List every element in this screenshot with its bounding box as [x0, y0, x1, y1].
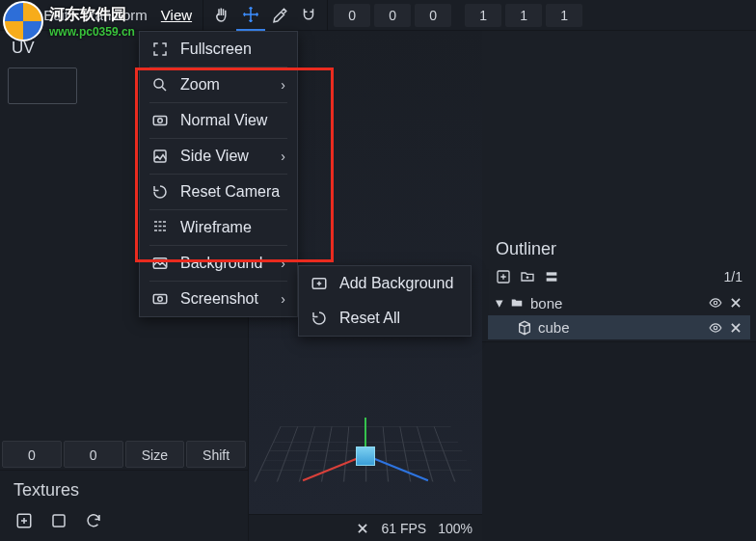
eye-icon[interactable] [708, 321, 723, 335]
menu-edit[interactable]: Edit [37, 0, 75, 31]
menu-fullscreen[interactable]: Fullscreen [140, 32, 297, 67]
fps-label: 61 FPS [381, 521, 426, 536]
chevron-right-icon: › [281, 256, 285, 271]
background-submenu: Add Background Reset All [298, 265, 472, 337]
pan-icon[interactable] [207, 0, 236, 31]
menu-item-label: Reset All [339, 310, 400, 327]
add-texture-icon[interactable] [14, 510, 35, 531]
menu-item-label: Normal View [180, 112, 267, 129]
svg-rect-4 [547, 278, 557, 281]
nudge-b[interactable]: 0 [374, 4, 411, 27]
layers-icon[interactable] [544, 269, 559, 284]
svg-point-9 [158, 119, 163, 123]
menu-item-label: Wireframe [180, 219, 252, 236]
eye-icon[interactable] [708, 296, 723, 310]
separator [202, 0, 203, 31]
chevron-right-icon: › [281, 149, 285, 164]
coord-row: 0 0 Size Shift [0, 439, 248, 470]
blank-texture-icon[interactable] [48, 510, 69, 531]
menu-reset-camera[interactable]: Reset Camera [140, 175, 297, 209]
menu-screenshot[interactable]: Screenshot › [140, 282, 297, 316]
menu-item-label: Side View [180, 148, 249, 165]
menu-file[interactable]: File [0, 0, 37, 31]
list-item[interactable]: ▾ bone [488, 290, 750, 315]
submenu-add-background[interactable]: Add Background [299, 266, 471, 301]
submenu-reset-all[interactable]: Reset All [299, 301, 471, 336]
svg-point-6 [714, 326, 717, 330]
svg-point-13 [158, 297, 163, 302]
view-dropdown: Fullscreen Zoom › Normal View Side View … [139, 31, 298, 317]
menu-item-label: Background [180, 255, 262, 272]
menu-wireframe[interactable]: Wireframe [140, 210, 297, 245]
magnet-icon[interactable] [294, 0, 323, 31]
delete-icon[interactable] [729, 321, 742, 335]
nudge-c[interactable]: 0 [415, 4, 451, 27]
menu-item-label: Reset Camera [180, 183, 280, 201]
menu-background[interactable]: Background › [140, 246, 297, 281]
separator [327, 0, 328, 31]
nudge-e[interactable]: 1 [505, 4, 542, 27]
list-item[interactable]: cube [488, 315, 750, 339]
brush-icon[interactable] [265, 0, 294, 31]
chevron-right-icon: › [281, 77, 285, 93]
delete-icon[interactable] [729, 296, 742, 310]
menu-item-label: Screenshot [180, 290, 258, 308]
outliner-title: Outliner [482, 230, 756, 265]
toolbar: File Edit Transform View 0 0 0 1 1 1 [0, 0, 756, 31]
size-button[interactable]: Size [125, 441, 185, 468]
menu-item-label: Add Background [339, 275, 453, 292]
outliner-list: ▾ bone cube [482, 288, 756, 341]
move-icon[interactable] [236, 0, 265, 31]
nudge-d[interactable]: 1 [465, 4, 501, 27]
shift-button[interactable]: Shift [186, 441, 246, 468]
svg-rect-8 [153, 117, 167, 125]
nudge-f[interactable]: 1 [546, 4, 582, 27]
folder-icon [509, 296, 525, 310]
menu-view[interactable]: View [154, 0, 199, 31]
menu-zoom[interactable]: Zoom › [140, 68, 297, 102]
menu-item-label: Zoom [180, 76, 220, 94]
chevron-right-icon: › [281, 291, 285, 307]
textures-title: Textures [14, 480, 234, 500]
svg-rect-12 [153, 295, 167, 304]
add-icon[interactable] [496, 269, 511, 284]
status-bar: 61 FPS 100% [249, 514, 482, 541]
refresh-icon[interactable] [83, 510, 104, 531]
outliner-count: 1/1 [724, 269, 742, 284]
menu-item-label: Fullscreen [180, 41, 252, 58]
svg-point-7 [154, 79, 163, 88]
menu-normal-view[interactable]: Normal View [140, 103, 297, 138]
nudge-a[interactable]: 0 [334, 4, 370, 27]
list-item-label: bone [530, 295, 562, 311]
list-item-label: cube [538, 319, 570, 336]
right-sidebar: Outliner 1/1 ▾ bone [482, 31, 756, 541]
close-icon[interactable] [356, 522, 369, 535]
coord-b[interactable]: 0 [64, 441, 123, 468]
folder-add-icon[interactable] [519, 269, 536, 284]
coord-a[interactable]: 0 [2, 441, 62, 468]
cube-icon [517, 320, 532, 336]
chevron-down-icon[interactable]: ▾ [496, 294, 503, 311]
svg-rect-1 [53, 515, 65, 527]
menu-side-view[interactable]: Side View › [140, 139, 297, 174]
model-cube[interactable] [356, 446, 375, 466]
menu-transform[interactable]: Transform [75, 0, 154, 31]
svg-point-5 [714, 301, 717, 305]
svg-rect-3 [547, 272, 557, 275]
uv-preview[interactable] [8, 68, 77, 104]
zoom-label: 100% [438, 521, 472, 536]
